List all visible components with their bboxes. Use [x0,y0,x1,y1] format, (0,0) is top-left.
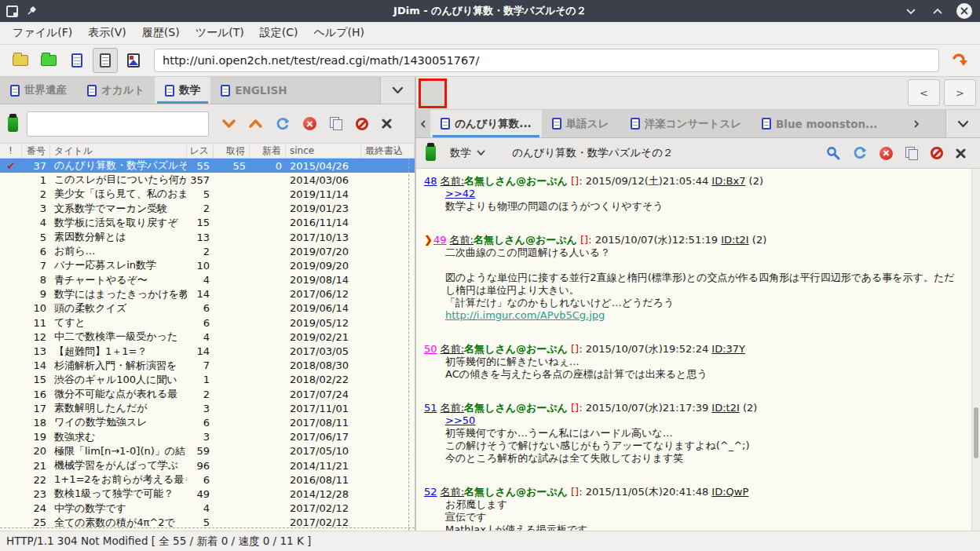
poster-name[interactable]: 名無しさん@おーぷん [464,343,568,355]
url-input[interactable] [154,49,939,72]
thread-tab-list-button[interactable] [945,110,980,137]
search-button[interactable] [826,146,840,160]
table-row[interactable]: 11てすと62019/05/12 [0,316,415,330]
table-row[interactable]: 18ワイの数学勉強スレ62017/08/11 [0,415,415,429]
table-row[interactable]: 4数学板に活気を取り戻すぞ152016/11/14 [0,216,415,230]
table-row[interactable]: 9数学にはまったきっかけを教142017/06/12 [0,287,415,301]
menu-settings[interactable]: 設定(C) [252,23,306,43]
poster-name[interactable]: 名無しさん@おーぷん [474,234,577,246]
close-tab-button[interactable] [956,148,966,159]
close-tab-button[interactable] [382,119,392,129]
poster-id-link[interactable]: ID:37Y [711,343,745,355]
table-row[interactable]: 5素因数分解とは132017/10/13 [0,230,415,244]
thread-scrollbar[interactable] [971,169,980,531]
stop-button[interactable] [303,117,316,130]
post-number-link[interactable]: 48 [424,175,437,187]
poster-id-link[interactable]: ID:QwP [711,486,748,498]
header-last-write[interactable]: 最終書込 [361,144,415,158]
board-tab-sekaiisan[interactable]: 世界遺産 [0,77,77,104]
poster-id-link[interactable]: ID:t2I [711,402,739,414]
image-link[interactable]: http://i.imgur.com/APvb5Cg.jpg [445,309,605,321]
thread-tab-tango[interactable]: 単語スレ [542,110,620,137]
poster-name[interactable]: 名無しさん@おーぷん [464,486,568,498]
table-row[interactable]: 2美少女「ほら見て、私のおま52019/11/14 [0,187,415,201]
board-tab-english[interactable]: ENGLISH [210,77,297,104]
board-tab-list-button[interactable] [380,77,415,104]
thread-view-button[interactable] [93,48,118,73]
write-pen-icon[interactable] [426,145,436,161]
board-filter-input[interactable] [27,111,209,137]
menu-tools[interactable]: ツール(T) [188,23,252,43]
reload-button[interactable] [276,117,290,131]
image-thumbnail[interactable] [419,78,447,108]
table-row[interactable]: 13【超難問】1＋1=？142017/03/05 [0,344,415,358]
thread-tab-bluemoonstone[interactable]: Blue moonston... [751,110,887,137]
board-select-dropdown[interactable]: 数学 [445,143,490,163]
table-row[interactable]: 7バナー応募スレin数学102019/09/20 [0,258,415,272]
next-image-button[interactable]: > [944,79,976,106]
table-row[interactable]: ✔37のんびり算数・数学パズルそ555502015/04/26 [0,159,415,173]
post-number-link[interactable]: 52 [424,486,437,498]
table-row[interactable]: 20極限「lim[n→1-0](n)」の結592017/05/10 [0,444,415,458]
scrollbar-thumb[interactable] [974,407,978,458]
image-view-button[interactable] [121,48,146,73]
post-number-link[interactable]: 49 [433,234,447,246]
thread-tab-yougaku[interactable]: 洋楽コンサートスレ [620,110,751,137]
abone-button[interactable] [931,147,943,159]
bbs-list-button[interactable] [8,48,33,73]
header-number[interactable]: 番号 [22,144,50,158]
table-row[interactable]: 3文系数学でマーカン受験22019/01/23 [0,202,415,216]
prev-image-button[interactable]: < [908,79,940,106]
post-number-link[interactable]: 51 [424,402,437,414]
write-pen-icon[interactable] [8,116,18,132]
copy-button[interactable] [330,117,342,130]
table-row[interactable]: 17素数解明したんだが32017/11/01 [0,401,415,415]
table-row[interactable]: 6お前ら…22019/07/20 [0,244,415,258]
table-row[interactable]: 15渋谷のギャル100人に聞い12018/02/22 [0,373,415,387]
header-mark[interactable]: ! [0,144,22,158]
table-row[interactable]: 24中学の数学です42017/02/12 [0,502,415,516]
search-next-button[interactable] [222,119,236,128]
poster-id-link[interactable]: ID:t2I [721,234,748,246]
table-row[interactable]: 16微分不可能な点が表れる最22017/07/24 [0,387,415,401]
board-view-button[interactable] [64,48,90,73]
header-got[interactable]: 取得 [214,144,250,158]
reload-button[interactable] [853,146,867,160]
search-prev-button[interactable] [249,119,262,128]
table-row[interactable]: 25全ての素数の積が4π^2で52017/02/12 [0,516,415,530]
menu-help[interactable]: ヘルプ(H) [305,23,371,43]
favorites-button[interactable] [36,48,61,73]
table-row[interactable]: 1このスレが目についたら何か3572014/03/06 [0,173,415,187]
anchor-link[interactable]: >>50 [445,414,475,426]
copy-button[interactable] [905,147,918,160]
table-row[interactable]: 221+1=2をお前らが考える最も62016/08/11 [0,473,415,487]
table-row[interactable]: 12中二で数検準一級受かった42019/02/21 [0,330,415,344]
table-row[interactable]: 23数検1級って独学で可能？492014/12/28 [0,487,415,501]
scroll-tabs-right-button[interactable] [909,110,923,137]
board-tab-occult[interactable]: オカルト [77,77,155,104]
scroll-tabs-left-button[interactable] [416,110,430,137]
open-url-button[interactable] [947,48,972,73]
menu-file[interactable]: ファイル(F) [5,23,80,43]
poster-id-link[interactable]: ID:Bx7 [711,175,745,187]
post-number-link[interactable]: 50 [424,343,437,355]
table-row[interactable]: 19数強求む32017/06/17 [0,430,415,444]
abone-button[interactable] [356,118,368,130]
menu-view[interactable]: 表示(V) [80,23,134,43]
thread-tab-nonbiri[interactable]: のんびり算数... [430,110,542,137]
maximize-button[interactable] [930,3,945,19]
menu-history[interactable]: 履歴(S) [134,23,188,43]
table-row[interactable]: 8青チャートやるぞ〜42019/08/14 [0,273,415,287]
stop-button[interactable] [879,147,893,160]
anchor-link[interactable]: >>42 [445,188,475,199]
close-button[interactable] [956,3,972,19]
header-title[interactable]: タイトル [50,144,187,158]
header-new[interactable]: 新着 [250,144,286,158]
poster-name[interactable]: 名無しさん@おーぷん [464,402,568,414]
board-tab-math[interactable]: 数学 [155,77,210,104]
header-since[interactable]: since [286,144,361,158]
minimize-button[interactable] [903,3,919,19]
header-res[interactable]: レス [187,144,214,158]
table-row[interactable]: 14杉浦解析入門・解析演習を72018/08/30 [0,359,415,373]
table-row[interactable]: 10頭の柔軟クイズ62019/06/14 [0,301,415,316]
